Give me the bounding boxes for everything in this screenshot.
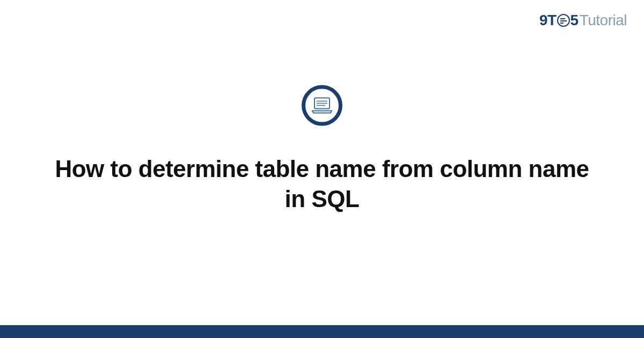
logo-text-t: T [547, 12, 557, 29]
laptop-icon-circle [302, 85, 342, 126]
article-title: How to determine table name from column … [54, 154, 590, 215]
logo-text-nine: 9 [539, 12, 547, 29]
logo-text-five: 5 [570, 12, 579, 29]
footer-bar [0, 325, 644, 338]
clock-icon [557, 14, 570, 27]
site-logo[interactable]: 9 T 5 Tutorial [539, 12, 627, 29]
main-content: How to determine table name from column … [0, 85, 644, 215]
laptop-icon [311, 97, 333, 114]
logo-text-tutorial: Tutorial [580, 12, 627, 29]
